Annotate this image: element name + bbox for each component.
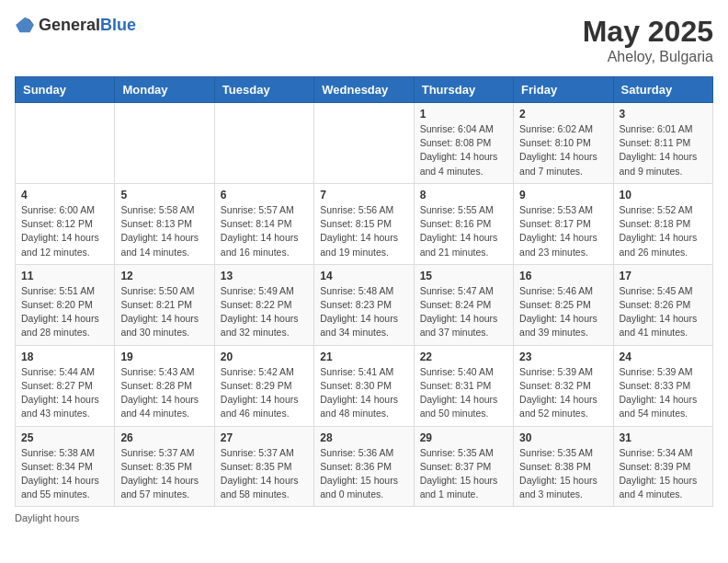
day-info: Sunrise: 5:50 AM Sunset: 8:21 PM Dayligh… — [120, 284, 208, 340]
day-info: Sunrise: 5:57 AM Sunset: 8:14 PM Dayligh… — [221, 203, 308, 259]
calendar-header-wednesday: Wednesday — [314, 77, 414, 103]
day-info: Sunrise: 5:37 AM Sunset: 8:35 PM Dayligh… — [120, 446, 208, 502]
day-number: 2 — [519, 108, 607, 121]
calendar-cell: 24Sunrise: 5:39 AM Sunset: 8:33 PM Dayli… — [613, 345, 712, 426]
calendar-header-monday: Monday — [115, 77, 214, 103]
day-number: 17 — [620, 270, 707, 282]
calendar-cell: 16Sunrise: 5:46 AM Sunset: 8:25 PM Dayli… — [514, 264, 613, 345]
day-number: 22 — [420, 350, 507, 363]
calendar-week-2: 4Sunrise: 6:00 AM Sunset: 8:12 PM Daylig… — [16, 183, 713, 264]
footer-note: Daylight hours — [15, 512, 713, 523]
day-info: Sunrise: 5:38 AM Sunset: 8:34 PM Dayligh… — [21, 446, 108, 502]
day-number: 19 — [120, 350, 208, 363]
day-number: 13 — [221, 270, 308, 282]
day-number: 25 — [21, 431, 108, 444]
title-area: May 2025 Aheloy, Bulgaria — [583, 15, 713, 65]
day-number: 26 — [120, 431, 208, 444]
day-number: 29 — [420, 431, 507, 444]
calendar-cell: 3Sunrise: 6:01 AM Sunset: 8:11 PM Daylig… — [613, 103, 712, 184]
day-info: Sunrise: 5:36 AM Sunset: 8:36 PM Dayligh… — [320, 446, 407, 502]
day-info: Sunrise: 5:52 AM Sunset: 8:18 PM Dayligh… — [620, 203, 707, 259]
day-info: Sunrise: 6:01 AM Sunset: 8:11 PM Dayligh… — [620, 122, 707, 178]
day-info: Sunrise: 5:58 AM Sunset: 8:13 PM Dayligh… — [120, 203, 208, 259]
day-info: Sunrise: 5:45 AM Sunset: 8:26 PM Dayligh… — [620, 284, 707, 340]
day-number: 30 — [519, 431, 607, 444]
day-number: 24 — [620, 350, 707, 363]
calendar-body: 1Sunrise: 6:04 AM Sunset: 8:08 PM Daylig… — [16, 103, 713, 507]
day-info: Sunrise: 5:47 AM Sunset: 8:24 PM Dayligh… — [420, 284, 507, 340]
day-info: Sunrise: 5:48 AM Sunset: 8:23 PM Dayligh… — [320, 284, 407, 340]
calendar-cell: 15Sunrise: 5:47 AM Sunset: 8:24 PM Dayli… — [414, 264, 513, 345]
day-info: Sunrise: 5:39 AM Sunset: 8:33 PM Dayligh… — [620, 365, 707, 421]
logo-general-text: General — [39, 16, 100, 34]
day-number: 7 — [320, 189, 407, 201]
calendar-cell — [115, 103, 214, 184]
day-info: Sunrise: 5:40 AM Sunset: 8:31 PM Dayligh… — [420, 365, 507, 421]
day-number: 16 — [519, 270, 607, 282]
month-title: May 2025 — [583, 15, 713, 49]
day-number: 4 — [21, 189, 108, 201]
day-number: 6 — [221, 189, 308, 201]
calendar-cell — [214, 103, 313, 184]
day-info: Sunrise: 5:43 AM Sunset: 8:28 PM Dayligh… — [120, 365, 208, 421]
calendar-cell: 9Sunrise: 5:53 AM Sunset: 8:17 PM Daylig… — [514, 183, 613, 264]
day-number: 15 — [420, 270, 507, 282]
day-number: 23 — [519, 350, 607, 363]
calendar-cell: 26Sunrise: 5:37 AM Sunset: 8:35 PM Dayli… — [115, 426, 214, 507]
calendar-cell: 21Sunrise: 5:41 AM Sunset: 8:30 PM Dayli… — [314, 345, 414, 426]
calendar-table: SundayMondayTuesdayWednesdayThursdayFrid… — [15, 76, 713, 507]
calendar-cell: 18Sunrise: 5:44 AM Sunset: 8:27 PM Dayli… — [16, 345, 115, 426]
calendar-cell: 6Sunrise: 5:57 AM Sunset: 8:14 PM Daylig… — [214, 183, 313, 264]
day-info: Sunrise: 5:42 AM Sunset: 8:29 PM Dayligh… — [221, 365, 308, 421]
calendar-cell: 4Sunrise: 6:00 AM Sunset: 8:12 PM Daylig… — [16, 183, 115, 264]
day-number: 20 — [221, 350, 308, 363]
day-info: Sunrise: 5:35 AM Sunset: 8:37 PM Dayligh… — [420, 446, 507, 502]
logo: GeneralBlue — [15, 15, 136, 35]
day-info: Sunrise: 5:35 AM Sunset: 8:38 PM Dayligh… — [519, 446, 607, 502]
calendar-cell: 17Sunrise: 5:45 AM Sunset: 8:26 PM Dayli… — [613, 264, 712, 345]
calendar-cell: 25Sunrise: 5:38 AM Sunset: 8:34 PM Dayli… — [16, 426, 115, 507]
day-info: Sunrise: 5:56 AM Sunset: 8:15 PM Dayligh… — [320, 203, 407, 259]
calendar-header-thursday: Thursday — [414, 77, 513, 103]
calendar-cell: 30Sunrise: 5:35 AM Sunset: 8:38 PM Dayli… — [514, 426, 613, 507]
day-info: Sunrise: 5:49 AM Sunset: 8:22 PM Dayligh… — [221, 284, 308, 340]
day-number: 31 — [620, 431, 707, 444]
calendar-cell: 27Sunrise: 5:37 AM Sunset: 8:35 PM Dayli… — [214, 426, 313, 507]
day-number: 11 — [21, 270, 108, 282]
calendar-header-saturday: Saturday — [613, 77, 712, 103]
calendar-week-4: 18Sunrise: 5:44 AM Sunset: 8:27 PM Dayli… — [16, 345, 713, 426]
calendar-cell: 14Sunrise: 5:48 AM Sunset: 8:23 PM Dayli… — [314, 264, 414, 345]
calendar-cell: 28Sunrise: 5:36 AM Sunset: 8:36 PM Dayli… — [314, 426, 414, 507]
calendar-cell: 11Sunrise: 5:51 AM Sunset: 8:20 PM Dayli… — [16, 264, 115, 345]
page-header: GeneralBlue May 2025 Aheloy, Bulgaria — [15, 15, 713, 65]
calendar-header-tuesday: Tuesday — [214, 77, 313, 103]
calendar-header-row: SundayMondayTuesdayWednesdayThursdayFrid… — [16, 77, 713, 103]
calendar-cell: 12Sunrise: 5:50 AM Sunset: 8:21 PM Dayli… — [115, 264, 214, 345]
calendar-cell — [16, 103, 115, 184]
day-number: 8 — [420, 189, 507, 201]
calendar-week-3: 11Sunrise: 5:51 AM Sunset: 8:20 PM Dayli… — [16, 264, 713, 345]
calendar-cell: 1Sunrise: 6:04 AM Sunset: 8:08 PM Daylig… — [414, 103, 513, 184]
day-info: Sunrise: 5:37 AM Sunset: 8:35 PM Dayligh… — [221, 446, 308, 502]
day-number: 28 — [320, 431, 407, 444]
logo-blue-text: Blue — [100, 16, 136, 34]
calendar-cell — [314, 103, 414, 184]
day-number: 12 — [120, 270, 208, 282]
calendar-cell: 19Sunrise: 5:43 AM Sunset: 8:28 PM Dayli… — [115, 345, 214, 426]
day-info: Sunrise: 5:51 AM Sunset: 8:20 PM Dayligh… — [21, 284, 108, 340]
day-number: 10 — [620, 189, 707, 201]
location-title: Aheloy, Bulgaria — [583, 49, 713, 65]
day-info: Sunrise: 5:34 AM Sunset: 8:39 PM Dayligh… — [620, 446, 707, 502]
calendar-cell: 13Sunrise: 5:49 AM Sunset: 8:22 PM Dayli… — [214, 264, 313, 345]
calendar-cell: 23Sunrise: 5:39 AM Sunset: 8:32 PM Dayli… — [514, 345, 613, 426]
day-number: 21 — [320, 350, 407, 363]
calendar-cell: 31Sunrise: 5:34 AM Sunset: 8:39 PM Dayli… — [613, 426, 712, 507]
day-info: Sunrise: 5:55 AM Sunset: 8:16 PM Dayligh… — [420, 203, 507, 259]
day-number: 5 — [120, 189, 208, 201]
day-info: Sunrise: 5:46 AM Sunset: 8:25 PM Dayligh… — [519, 284, 607, 340]
calendar-cell: 10Sunrise: 5:52 AM Sunset: 8:18 PM Dayli… — [613, 183, 712, 264]
day-number: 27 — [221, 431, 308, 444]
day-number: 9 — [519, 189, 607, 201]
calendar-week-1: 1Sunrise: 6:04 AM Sunset: 8:08 PM Daylig… — [16, 103, 713, 184]
day-number: 1 — [420, 108, 507, 121]
